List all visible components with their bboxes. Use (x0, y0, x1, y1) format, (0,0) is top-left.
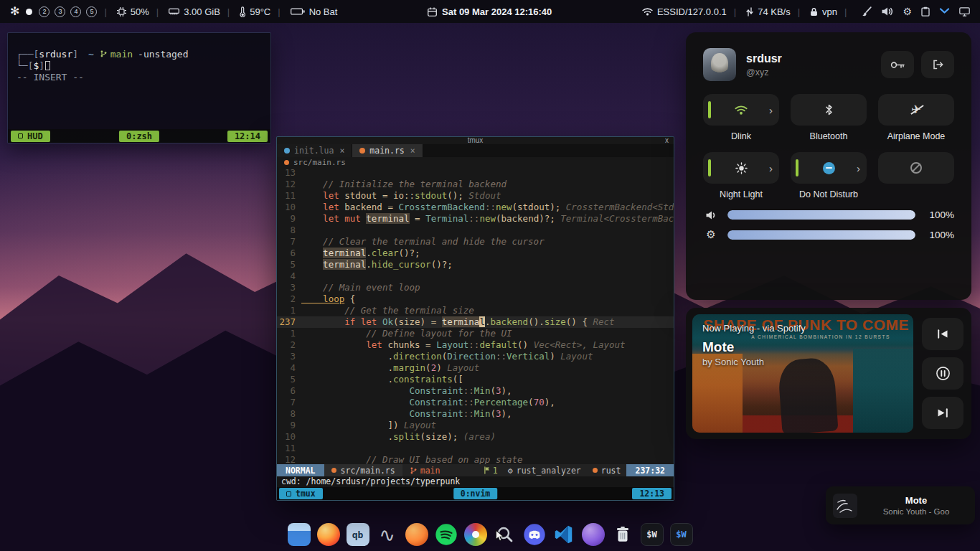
toggle-airplane-mode[interactable]: ✈ (878, 94, 954, 126)
dock-purple-app[interactable] (581, 522, 606, 547)
user-name: srdusr (746, 52, 782, 65)
terminal-body[interactable]: ┌──[srdusr] ~main-unstaged └─[$] -- INSE… (8, 33, 270, 83)
media-notification[interactable]: Mote Sonic Youth - Goo (826, 486, 975, 524)
code-line: 2 let chunks = Layout::default() Vec<Rec… (277, 339, 674, 351)
tab-label: main.rs (369, 146, 404, 156)
brightness-gear-icon: ⚙ (703, 230, 719, 240)
line-number: 9 (277, 420, 301, 431)
network-speed: 74 KB/s (733, 6, 791, 17)
color-picker-brush-icon[interactable] (862, 6, 872, 17)
workspace-3[interactable]: 3 (55, 6, 65, 17)
toggle-blank[interactable] (878, 152, 954, 184)
tmux-window-chip[interactable]: 0:zsh (119, 131, 159, 142)
tmux-session-chip[interactable]: tmux (279, 488, 323, 499)
code-text: loop { (301, 293, 674, 305)
dock-qutebrowser[interactable]: qb (346, 522, 370, 547)
keyring-button[interactable] (881, 51, 914, 78)
statusline-file: src/main.rs (324, 464, 402, 476)
play-pause-button[interactable] (922, 357, 963, 390)
dock-vscode[interactable] (552, 522, 576, 547)
line-number: 1 (277, 328, 301, 339)
code-text: terminal.clear()?; (301, 248, 674, 259)
workspace-active-indicator[interactable] (26, 9, 32, 15)
logout-button[interactable] (921, 51, 954, 78)
tab-init-lua[interactable]: init.lua × (277, 144, 352, 157)
code-area[interactable]: 1312 // Initialize the terminal backend1… (277, 167, 674, 464)
brightness-slider-row: ⚙ 100% (686, 220, 971, 240)
dock-files[interactable] (287, 522, 311, 547)
terminal-window[interactable]: ┌──[srdusr] ~main-unstaged └─[$] -- INSE… (7, 32, 271, 143)
editor-window[interactable]: tmux x init.lua × main.rs × src/main.rs … (276, 136, 674, 501)
code-line: 11 let stdout = io::stdout(); Stdout (277, 190, 674, 202)
toggle-do-not-disturb[interactable]: › (791, 152, 867, 184)
discord-icon (523, 523, 546, 546)
toggle-night-light[interactable]: › (703, 152, 779, 184)
vpn-status[interactable]: vpn (797, 6, 837, 17)
volume-slider[interactable] (727, 210, 915, 220)
toggle-dlink[interactable]: › (703, 94, 779, 126)
distro-logo-icon[interactable]: ✻ (10, 6, 19, 17)
workspace-2[interactable]: 2 (39, 6, 50, 17)
tmux-session-chip[interactable]: HUD (11, 131, 50, 142)
tab-label: init.lua (294, 146, 334, 156)
vim-mode-indicator: NORMAL (277, 464, 324, 476)
toggle-cell: Bluetooth (791, 94, 867, 142)
brightness-slider[interactable] (727, 230, 915, 240)
tab-close-icon[interactable]: × (410, 146, 415, 156)
line-number: 12 (277, 179, 301, 190)
previous-track-button[interactable] (922, 318, 963, 350)
chevron-right-icon[interactable]: › (769, 163, 773, 174)
tab-main-rs[interactable]: main.rs × (352, 144, 423, 157)
active-indicator-bar (708, 101, 711, 118)
dock-photos[interactable] (463, 522, 488, 547)
dock-discord[interactable] (522, 522, 547, 547)
workspace-5[interactable]: 5 (86, 6, 97, 17)
panel-toggle-chevron-icon[interactable] (939, 8, 950, 15)
window-close-button[interactable]: x (665, 136, 669, 144)
active-indicator-bar (708, 159, 711, 176)
chevron-right-icon[interactable]: › (769, 105, 773, 116)
code-line: 7 // Clear the terminal and hide the cur… (277, 236, 674, 248)
code-text: .split(size); (area) (301, 431, 674, 443)
toggle-label: Night Light (703, 189, 779, 200)
vpn-label: vpn (822, 6, 837, 17)
tab-close-icon[interactable]: × (339, 146, 344, 156)
dock-spotify[interactable] (434, 522, 458, 547)
media-player-card: SHAPE OF PUNK TO COME A CHIMERICAL BOMBI… (686, 308, 971, 439)
screen-layout-icon[interactable] (959, 7, 970, 17)
clock[interactable]: Sat 09 Mar 2024 12:16:40 (428, 6, 552, 17)
line-number: 6 (277, 248, 301, 259)
chevron-right-icon[interactable]: › (857, 163, 860, 174)
user-handle: @xyz (746, 67, 782, 77)
volume-icon[interactable] (881, 6, 893, 17)
next-track-button[interactable] (922, 397, 963, 429)
settings-gear-icon[interactable]: ⚙ (903, 6, 912, 17)
dock-wave[interactable]: ∿ (375, 522, 400, 547)
dock-firefox[interactable] (316, 522, 341, 547)
terminal-cursor (45, 61, 50, 70)
dock-sw-blue[interactable]: $W (669, 522, 694, 547)
toggle-cell: ›Night Light (703, 152, 779, 200)
tmux-window-chip[interactable]: 0:nvim (453, 488, 498, 499)
tmux-clock-chip: 12:13 (632, 488, 672, 499)
logout-icon (932, 59, 943, 70)
speaker-icon (703, 210, 719, 220)
dock-orange-app[interactable] (405, 522, 429, 547)
user-buttons (881, 51, 954, 78)
toggle-bluetooth[interactable] (791, 94, 867, 126)
code-line: 10 .split(size); (area) (277, 431, 674, 443)
dock-sw-dark[interactable]: $W (640, 522, 664, 547)
workspace-4[interactable]: 4 (70, 6, 81, 17)
wifi-icon (642, 7, 653, 16)
network-essid[interactable]: ESSID/127.0.0.1 (642, 6, 727, 17)
code-line: 1 // Define layout for the UI (277, 328, 674, 339)
dnd-icon (823, 162, 835, 174)
clipboard-icon[interactable] (921, 6, 930, 17)
line-number: 11 (277, 190, 301, 202)
dock-trash[interactable] (611, 522, 635, 547)
code-text: ]) Layout (301, 420, 674, 431)
line-number: 3 (277, 351, 301, 362)
media-controls (920, 314, 965, 433)
line-number: 10 (277, 431, 301, 443)
session-icon (18, 133, 23, 138)
